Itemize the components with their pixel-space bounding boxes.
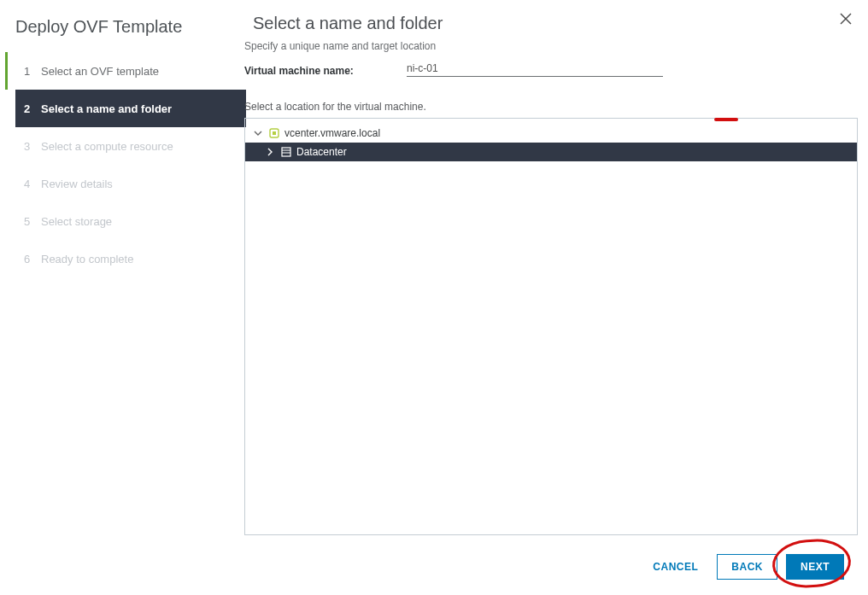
step-6-label: Ready to complete [41,253,133,265]
svg-rect-4 [282,148,290,156]
vm-name-input[interactable] [407,61,663,77]
tree-root[interactable]: vcenter.vmware.local [245,124,857,143]
location-label: Select a location for the virtual machin… [244,101,858,113]
back-button[interactable]: BACK [717,554,777,580]
vm-name-label: Virtual machine name: [244,65,407,77]
wizard-title: Deploy OVF Template [15,17,238,37]
page-heading: Select a name and folder [253,14,858,33]
step-1[interactable]: 1 Select an OVF template [15,52,238,90]
step-4: 4 Review details [15,165,238,202]
wizard-sidebar: Deploy OVF Template 1 Select an OVF temp… [0,0,238,595]
step-1-label: Select an OVF template [41,65,159,78]
step-2[interactable]: 2 Select a name and folder [15,90,246,127]
step-3-label: Select a compute resource [41,140,173,153]
step-2-label: Select a name and folder [41,102,172,115]
chevron-down-icon[interactable] [252,127,264,139]
step-5-label: Select storage [41,215,112,228]
chevron-right-icon[interactable] [264,146,276,158]
close-icon[interactable] [839,12,853,28]
step-4-label: Review details [41,178,113,190]
vcenter-icon [267,126,281,140]
svg-rect-3 [273,131,276,135]
page-subtitle: Specify a unique name and target locatio… [244,40,858,52]
next-button[interactable]: NEXT [786,554,844,580]
cancel-button[interactable]: CANCEL [642,554,708,580]
step-5: 5 Select storage [15,202,238,240]
datacenter-icon [279,145,293,159]
location-tree[interactable]: vcenter.vmware.local Datacenter [244,118,858,535]
tree-datacenter[interactable]: Datacenter [245,143,857,161]
tree-root-label: vcenter.vmware.local [284,127,380,139]
step-6: 6 Ready to complete [15,240,238,277]
annotation-underline [714,118,738,121]
step-3: 3 Select a compute resource [15,127,238,165]
tree-datacenter-label: Datacenter [296,146,347,158]
